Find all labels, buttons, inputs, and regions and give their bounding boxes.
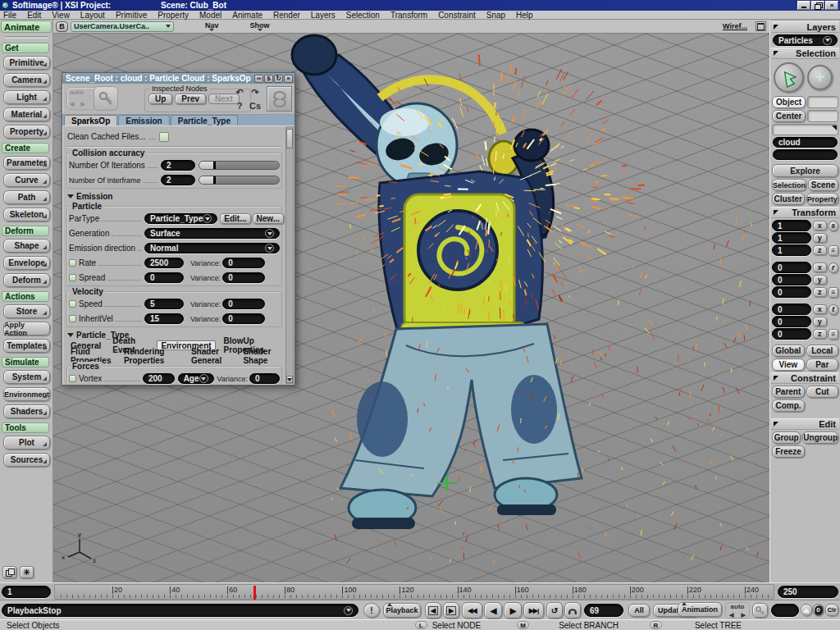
- all-button[interactable]: All: [628, 604, 650, 617]
- timeline-playhead[interactable]: [253, 586, 256, 600]
- selection-button[interactable]: Selection: [772, 179, 806, 191]
- property-editor-titlebar[interactable]: Scene_Root : cloud : Particle Cloud : Sp…: [62, 73, 294, 84]
- menu-snap[interactable]: Snap: [486, 11, 505, 20]
- menu-render[interactable]: Render: [273, 11, 300, 20]
- redo-icon[interactable]: ↷: [247, 85, 263, 98]
- vortex-field[interactable]: 200: [143, 373, 175, 384]
- simulate-system-button[interactable]: System: [3, 370, 50, 384]
- menu-layers[interactable]: Layers: [311, 11, 336, 20]
- get-property-button[interactable]: Property: [3, 125, 50, 139]
- rate-field[interactable]: 2500: [144, 258, 184, 268]
- get-primitive-button[interactable]: Primitive: [3, 56, 50, 70]
- interframe-field[interactable]: 2: [161, 175, 195, 185]
- speed-field[interactable]: 5: [144, 299, 184, 309]
- translate-z-field[interactable]: 0: [772, 328, 811, 340]
- generation-dropdown[interactable]: Surface: [144, 228, 280, 239]
- scale-options-button[interactable]: ≡: [829, 245, 838, 256]
- viewport-letter-button[interactable]: B: [56, 21, 68, 32]
- toolbar-mode-header[interactable]: Animate: [1, 21, 52, 33]
- scale-z-field[interactable]: 1: [772, 244, 811, 256]
- spread-variance-field[interactable]: 0: [222, 272, 265, 283]
- view-button[interactable]: View: [772, 358, 805, 371]
- translate-y-button[interactable]: y: [813, 317, 827, 326]
- playback-mode-dropdown[interactable]: PlaybackStop: [2, 604, 358, 617]
- rotate-mode-button[interactable]: r: [829, 262, 838, 273]
- actions-apply-action-button[interactable]: Apply Action: [3, 322, 50, 336]
- parent-button[interactable]: Parent: [772, 386, 805, 398]
- scrollbar-thumb[interactable]: [286, 129, 293, 148]
- ungroup-button[interactable]: Ungroup: [802, 431, 838, 444]
- help-button[interactable]: ?: [233, 99, 246, 112]
- edit-header[interactable]: Edit: [771, 418, 839, 430]
- get-light-button[interactable]: Light: [3, 90, 50, 104]
- freeze-button[interactable]: Freeze: [772, 445, 805, 458]
- selection-text-field[interactable]: [772, 124, 838, 135]
- subtab-fluid[interactable]: Fluid Properties: [67, 351, 116, 361]
- loop-button[interactable]: ↺: [546, 602, 563, 619]
- local-button[interactable]: Local: [806, 345, 839, 357]
- emission-section-header[interactable]: Emission: [67, 192, 281, 201]
- rotate-options-button[interactable]: ≡: [829, 287, 838, 298]
- menu-constraint[interactable]: Constraint: [438, 11, 476, 20]
- layers-dropdown[interactable]: Particles: [773, 34, 838, 46]
- rotate-x-button[interactable]: x: [813, 262, 827, 272]
- global-button[interactable]: Global: [772, 345, 805, 357]
- scale-y-field[interactable]: 1: [772, 232, 811, 244]
- menu-edit[interactable]: Edit: [27, 11, 41, 20]
- rotate-z-field[interactable]: 0: [772, 286, 811, 298]
- speed-variance-field[interactable]: 0: [222, 299, 265, 309]
- key-info-field[interactable]: [771, 604, 799, 617]
- subtab-shader-general[interactable]: Shader General: [188, 351, 235, 361]
- scale-x-field[interactable]: 1: [772, 220, 811, 231]
- scene-button[interactable]: Scene: [808, 179, 838, 191]
- object-filter-field[interactable]: [807, 96, 838, 108]
- transform-header[interactable]: Transform: [771, 207, 839, 218]
- interframe-slider[interactable]: [199, 176, 280, 185]
- module-gear-button[interactable]: ✳: [20, 566, 34, 578]
- translate-y-field[interactable]: 0: [772, 316, 811, 327]
- cluster-button[interactable]: Cluster: [772, 193, 805, 205]
- menu-view[interactable]: View: [52, 11, 70, 20]
- scale-x-button[interactable]: x: [813, 221, 827, 231]
- menu-animate[interactable]: Animate: [232, 11, 262, 20]
- secondary-object-field[interactable]: [773, 149, 838, 160]
- timeline-ruler[interactable]: 20406080100120140160180200220240: [54, 584, 774, 600]
- iterations-slider[interactable]: [199, 161, 280, 170]
- center-filter-field[interactable]: [807, 110, 838, 122]
- inheritvel-field[interactable]: 15: [144, 313, 184, 324]
- audio-mute-button[interactable]: [564, 602, 581, 619]
- undo-icon[interactable]: ↶: [233, 85, 246, 98]
- up-button[interactable]: Up: [148, 94, 172, 104]
- create-curve-button[interactable]: Curve: [3, 173, 50, 187]
- prev-button[interactable]: Prev: [175, 94, 206, 104]
- select-cursor-button[interactable]: [774, 62, 804, 93]
- close-icon[interactable]: ×: [284, 75, 293, 83]
- selection-header[interactable]: Selection: [771, 48, 839, 59]
- subtab-rendering[interactable]: Rendering Properties: [121, 351, 183, 361]
- viewport-show-menu[interactable]: Show: [250, 22, 270, 31]
- next-key-arrow[interactable]: ▶: [80, 101, 84, 107]
- inheritvel-anim-checkbox[interactable]: [69, 315, 76, 322]
- scroll-down-arrow[interactable]: [286, 376, 293, 383]
- cut-button[interactable]: Cut: [806, 386, 839, 398]
- translate-x-field[interactable]: 0: [772, 304, 811, 315]
- get-camera-button[interactable]: Camera: [3, 73, 50, 87]
- viewport-resize-button[interactable]: [756, 21, 766, 31]
- go-to-start-button[interactable]: ◀◀: [462, 602, 482, 619]
- translate-x-button[interactable]: x: [813, 304, 827, 314]
- module-stack-button[interactable]: [2, 566, 16, 578]
- group-button[interactable]: Group: [772, 431, 801, 444]
- selected-object-field[interactable]: cloud: [773, 137, 838, 148]
- prev-key-arrow[interactable]: ◀: [70, 101, 74, 107]
- filter-object-button[interactable]: Object: [772, 96, 806, 108]
- script-cs-icon[interactable]: Cs: [247, 99, 263, 112]
- viewport-nav-menu[interactable]: Nav: [205, 22, 219, 31]
- scale-z-button[interactable]: z: [813, 245, 827, 255]
- create-path-button[interactable]: Path: [3, 190, 50, 204]
- scale-y-button[interactable]: y: [813, 233, 827, 243]
- spread-anim-checkbox[interactable]: [69, 274, 76, 281]
- recycle-icon[interactable]: ∞: [254, 75, 263, 83]
- translate-z-button[interactable]: z: [813, 329, 827, 339]
- rotate-z-button[interactable]: z: [813, 287, 827, 297]
- viewport-camera-select[interactable]: UserCamera.UserCa..: [71, 21, 174, 32]
